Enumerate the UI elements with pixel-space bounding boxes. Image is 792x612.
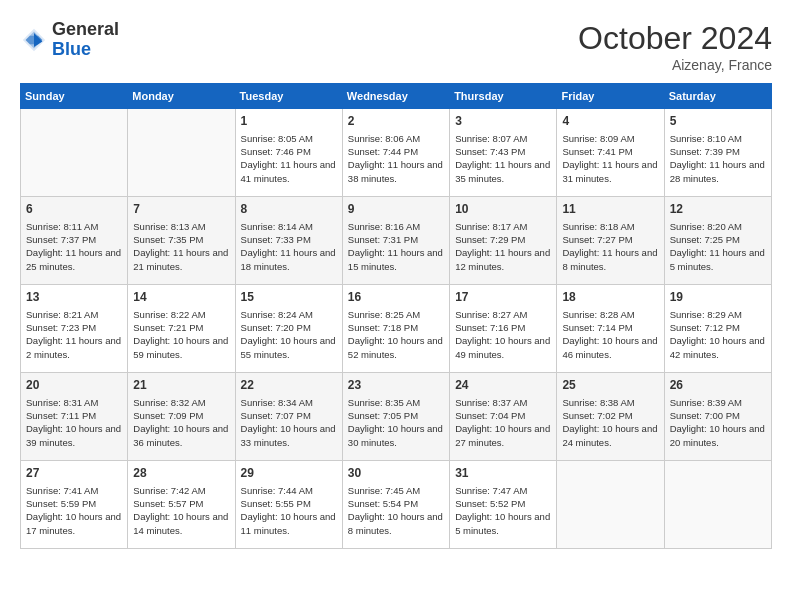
sunrise-text: Sunrise: 8:22 AM bbox=[133, 309, 205, 320]
sunset-text: Sunset: 7:02 PM bbox=[562, 410, 632, 421]
day-number: 4 bbox=[562, 113, 658, 130]
logo-blue: Blue bbox=[52, 39, 91, 59]
daylight-text: Daylight: 10 hours and 42 minutes. bbox=[670, 335, 765, 359]
sunset-text: Sunset: 5:55 PM bbox=[241, 498, 311, 509]
sunrise-text: Sunrise: 7:47 AM bbox=[455, 485, 527, 496]
daylight-text: Daylight: 10 hours and 5 minutes. bbox=[455, 511, 550, 535]
daylight-text: Daylight: 11 hours and 15 minutes. bbox=[348, 247, 443, 271]
sunset-text: Sunset: 7:37 PM bbox=[26, 234, 96, 245]
day-number: 28 bbox=[133, 465, 229, 482]
sunrise-text: Sunrise: 8:16 AM bbox=[348, 221, 420, 232]
sunset-text: Sunset: 7:46 PM bbox=[241, 146, 311, 157]
daylight-text: Daylight: 11 hours and 35 minutes. bbox=[455, 159, 550, 183]
day-number: 19 bbox=[670, 289, 766, 306]
calendar-header-tuesday: Tuesday bbox=[235, 84, 342, 109]
calendar-week-row: 1Sunrise: 8:05 AMSunset: 7:46 PMDaylight… bbox=[21, 109, 772, 197]
day-number: 14 bbox=[133, 289, 229, 306]
day-number: 30 bbox=[348, 465, 444, 482]
page: General Blue October 2024 Aizenay, Franc… bbox=[0, 0, 792, 612]
calendar-header-wednesday: Wednesday bbox=[342, 84, 449, 109]
calendar-cell: 8Sunrise: 8:14 AMSunset: 7:33 PMDaylight… bbox=[235, 197, 342, 285]
sunset-text: Sunset: 7:09 PM bbox=[133, 410, 203, 421]
calendar-cell: 17Sunrise: 8:27 AMSunset: 7:16 PMDayligh… bbox=[450, 285, 557, 373]
day-number: 11 bbox=[562, 201, 658, 218]
calendar-week-row: 20Sunrise: 8:31 AMSunset: 7:11 PMDayligh… bbox=[21, 373, 772, 461]
calendar-week-row: 13Sunrise: 8:21 AMSunset: 7:23 PMDayligh… bbox=[21, 285, 772, 373]
calendar-cell: 4Sunrise: 8:09 AMSunset: 7:41 PMDaylight… bbox=[557, 109, 664, 197]
sunset-text: Sunset: 7:12 PM bbox=[670, 322, 740, 333]
calendar-cell bbox=[664, 461, 771, 549]
sunset-text: Sunset: 7:39 PM bbox=[670, 146, 740, 157]
sunset-text: Sunset: 5:57 PM bbox=[133, 498, 203, 509]
day-number: 18 bbox=[562, 289, 658, 306]
calendar-cell: 31Sunrise: 7:47 AMSunset: 5:52 PMDayligh… bbox=[450, 461, 557, 549]
sunrise-text: Sunrise: 8:25 AM bbox=[348, 309, 420, 320]
sunset-text: Sunset: 7:31 PM bbox=[348, 234, 418, 245]
calendar-header-saturday: Saturday bbox=[664, 84, 771, 109]
calendar-cell: 5Sunrise: 8:10 AMSunset: 7:39 PMDaylight… bbox=[664, 109, 771, 197]
daylight-text: Daylight: 10 hours and 46 minutes. bbox=[562, 335, 657, 359]
daylight-text: Daylight: 11 hours and 5 minutes. bbox=[670, 247, 765, 271]
daylight-text: Daylight: 10 hours and 24 minutes. bbox=[562, 423, 657, 447]
sunrise-text: Sunrise: 8:13 AM bbox=[133, 221, 205, 232]
sunset-text: Sunset: 7:35 PM bbox=[133, 234, 203, 245]
calendar-table: SundayMondayTuesdayWednesdayThursdayFrid… bbox=[20, 83, 772, 549]
daylight-text: Daylight: 11 hours and 18 minutes. bbox=[241, 247, 336, 271]
daylight-text: Daylight: 10 hours and 27 minutes. bbox=[455, 423, 550, 447]
day-number: 8 bbox=[241, 201, 337, 218]
day-number: 25 bbox=[562, 377, 658, 394]
daylight-text: Daylight: 11 hours and 2 minutes. bbox=[26, 335, 121, 359]
daylight-text: Daylight: 11 hours and 38 minutes. bbox=[348, 159, 443, 183]
sunrise-text: Sunrise: 8:09 AM bbox=[562, 133, 634, 144]
sunrise-text: Sunrise: 8:38 AM bbox=[562, 397, 634, 408]
daylight-text: Daylight: 10 hours and 33 minutes. bbox=[241, 423, 336, 447]
day-number: 20 bbox=[26, 377, 122, 394]
daylight-text: Daylight: 10 hours and 39 minutes. bbox=[26, 423, 121, 447]
sunset-text: Sunset: 5:52 PM bbox=[455, 498, 525, 509]
header: General Blue October 2024 Aizenay, Franc… bbox=[20, 20, 772, 73]
calendar-cell: 23Sunrise: 8:35 AMSunset: 7:05 PMDayligh… bbox=[342, 373, 449, 461]
daylight-text: Daylight: 11 hours and 31 minutes. bbox=[562, 159, 657, 183]
sunrise-text: Sunrise: 8:24 AM bbox=[241, 309, 313, 320]
sunrise-text: Sunrise: 7:41 AM bbox=[26, 485, 98, 496]
calendar-cell: 20Sunrise: 8:31 AMSunset: 7:11 PMDayligh… bbox=[21, 373, 128, 461]
sunrise-text: Sunrise: 8:20 AM bbox=[670, 221, 742, 232]
day-number: 1 bbox=[241, 113, 337, 130]
sunrise-text: Sunrise: 8:37 AM bbox=[455, 397, 527, 408]
calendar-cell: 3Sunrise: 8:07 AMSunset: 7:43 PMDaylight… bbox=[450, 109, 557, 197]
sunrise-text: Sunrise: 7:42 AM bbox=[133, 485, 205, 496]
sunrise-text: Sunrise: 8:05 AM bbox=[241, 133, 313, 144]
day-number: 24 bbox=[455, 377, 551, 394]
logo: General Blue bbox=[20, 20, 119, 60]
subtitle: Aizenay, France bbox=[578, 57, 772, 73]
logo-general: General bbox=[52, 19, 119, 39]
daylight-text: Daylight: 11 hours and 8 minutes. bbox=[562, 247, 657, 271]
calendar-cell: 10Sunrise: 8:17 AMSunset: 7:29 PMDayligh… bbox=[450, 197, 557, 285]
sunrise-text: Sunrise: 8:10 AM bbox=[670, 133, 742, 144]
daylight-text: Daylight: 10 hours and 30 minutes. bbox=[348, 423, 443, 447]
sunrise-text: Sunrise: 8:07 AM bbox=[455, 133, 527, 144]
sunset-text: Sunset: 7:27 PM bbox=[562, 234, 632, 245]
calendar-cell: 19Sunrise: 8:29 AMSunset: 7:12 PMDayligh… bbox=[664, 285, 771, 373]
calendar-cell: 28Sunrise: 7:42 AMSunset: 5:57 PMDayligh… bbox=[128, 461, 235, 549]
daylight-text: Daylight: 10 hours and 55 minutes. bbox=[241, 335, 336, 359]
day-number: 7 bbox=[133, 201, 229, 218]
daylight-text: Daylight: 11 hours and 21 minutes. bbox=[133, 247, 228, 271]
logo-text: General Blue bbox=[52, 20, 119, 60]
sunset-text: Sunset: 7:14 PM bbox=[562, 322, 632, 333]
calendar-header-monday: Monday bbox=[128, 84, 235, 109]
calendar-cell: 2Sunrise: 8:06 AMSunset: 7:44 PMDaylight… bbox=[342, 109, 449, 197]
day-number: 23 bbox=[348, 377, 444, 394]
sunset-text: Sunset: 7:25 PM bbox=[670, 234, 740, 245]
sunrise-text: Sunrise: 8:29 AM bbox=[670, 309, 742, 320]
day-number: 2 bbox=[348, 113, 444, 130]
day-number: 17 bbox=[455, 289, 551, 306]
daylight-text: Daylight: 10 hours and 14 minutes. bbox=[133, 511, 228, 535]
daylight-text: Daylight: 10 hours and 11 minutes. bbox=[241, 511, 336, 535]
calendar-cell: 15Sunrise: 8:24 AMSunset: 7:20 PMDayligh… bbox=[235, 285, 342, 373]
day-number: 29 bbox=[241, 465, 337, 482]
sunset-text: Sunset: 7:23 PM bbox=[26, 322, 96, 333]
day-number: 12 bbox=[670, 201, 766, 218]
sunset-text: Sunset: 7:04 PM bbox=[455, 410, 525, 421]
calendar-cell: 25Sunrise: 8:38 AMSunset: 7:02 PMDayligh… bbox=[557, 373, 664, 461]
